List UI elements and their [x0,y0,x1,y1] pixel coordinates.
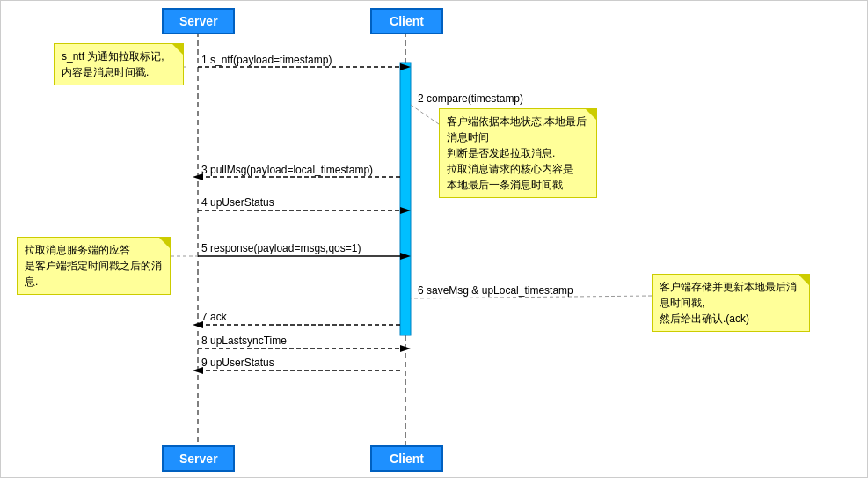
server-header-top: Server [162,8,235,34]
label-msg2-text: compare(timestamp) [427,92,523,105]
note-savemsg: 客户端存储并更新本地最后消息时间戳,然后给出确认.(ack) [652,274,810,332]
label-msg8-num: 8 [201,335,210,347]
label-msg4-text: upUserStatus [210,196,274,209]
label-msg8: 8 upLastsyncTime [201,335,287,347]
client-label-top: Client [390,14,424,28]
label-msg1-num: 1 [201,54,210,66]
label-msg2-num: 2 [418,92,427,105]
label-msg5-text: response(payload=msgs,qos=1) [210,242,361,254]
label-msg6-num: 6 [418,284,427,297]
label-msg3: 3 pullMsg(payload=local_timestamp) [201,164,373,176]
label-msg4: 4 upUserStatus [201,196,274,209]
sequence-diagram: Server Client Server Client s_ntf 为通知拉取标… [0,0,868,478]
note-compare: 客户端依据本地状态,本地最后消息时间判断是否发起拉取消息.拉取消息请求的核心内容… [439,108,597,198]
label-msg9-num: 9 [201,357,210,369]
server-label-bottom: Server [179,452,218,466]
svg-line-19 [411,105,439,124]
label-msg7: 7 ack [201,311,227,323]
label-msg3-num: 3 [201,164,210,176]
label-msg7-text: ack [210,311,227,323]
note-savemsg-text: 客户端存储并更新本地最后消息时间戳,然后给出确认.(ack) [660,281,797,325]
label-msg6: 6 saveMsg & upLocal_timestamp [418,284,573,297]
label-msg1: 1 s_ntf(payload=timestamp) [201,54,332,66]
note-response-text: 拉取消息服务端的应答是客户端指定时间戳之后的消息. [25,244,162,288]
label-msg2: 2 compare(timestamp) [418,92,523,105]
note-compare-text: 客户端依据本地状态,本地最后消息时间判断是否发起拉取消息.拉取消息请求的核心内容… [447,115,587,191]
label-msg5: 5 response(payload=msgs,qos=1) [201,242,361,254]
client-label-bottom: Client [390,452,424,466]
label-msg1-text: s_ntf(payload=timestamp) [210,54,332,66]
client-header-bottom: Client [370,445,443,472]
label-msg9-text: upUserStatus [210,357,274,369]
label-msg6-text: saveMsg & upLocal_timestamp [427,284,573,297]
label-msg4-num: 4 [201,196,210,209]
label-msg3-text: pullMsg(payload=local_timestamp) [210,164,373,176]
note-response: 拉取消息服务端的应答是客户端指定时间戳之后的消息. [17,237,171,295]
note-sntf-text: s_ntf 为通知拉取标记,内容是消息时间戳. [62,50,164,78]
label-msg7-num: 7 [201,311,210,323]
svg-rect-3 [400,63,411,335]
client-header-top: Client [370,8,443,34]
label-msg8-text: upLastsyncTime [210,335,287,347]
label-msg5-num: 5 [201,242,210,254]
server-header-bottom: Server [162,445,235,472]
note-sntf: s_ntf 为通知拉取标记,内容是消息时间戳. [54,43,184,85]
server-label-top: Server [179,14,218,28]
label-msg9: 9 upUserStatus [201,357,274,369]
